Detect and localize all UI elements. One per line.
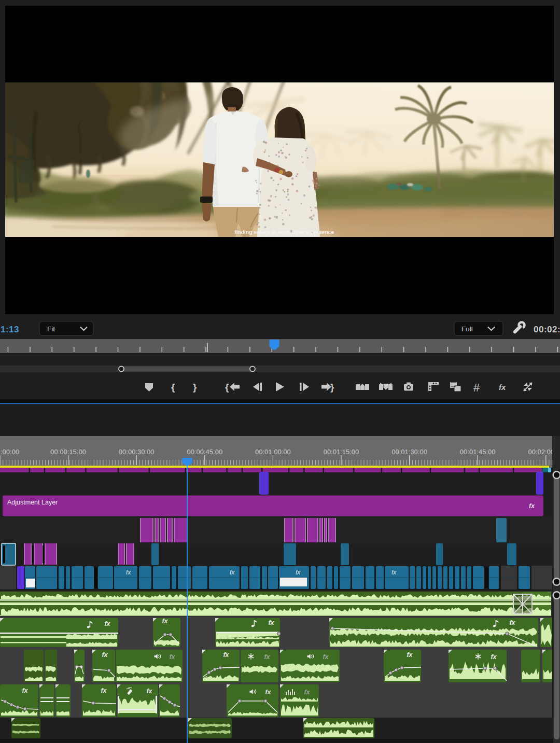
svg-text:}: } [330,382,334,392]
svg-text:00:01:15:00: 00:01:15:00 [324,448,359,456]
svg-text:00:01:30:00: 00:01:30:00 [391,448,427,456]
svg-text:#: # [473,381,480,394]
svg-text:fx: fx [407,651,413,658]
svg-text:fx: fx [146,688,152,695]
svg-text:fx: fx [264,653,270,661]
svg-text:00:01:45:00: 00:01:45:00 [460,448,496,456]
svg-text:fx: fx [126,569,131,576]
svg-text:1:13: 1:13 [1,325,19,334]
svg-text:fx: fx [169,653,175,661]
svg-text:fx: fx [223,651,229,658]
svg-text:fx: fx [491,653,497,661]
svg-text::00:00: :00:00 [1,448,19,456]
svg-text:fx: fx [104,620,110,627]
svg-text:fx: fx [499,383,506,391]
svg-text:fx: fx [22,687,28,694]
svg-text:00:00:15:00: 00:00:15:00 [50,448,86,456]
svg-text:Adjustment Layer: Adjustment Layer [7,499,58,506]
svg-text:Full: Full [461,325,473,333]
svg-text:fx: fx [230,569,235,576]
svg-text:fx: fx [304,689,310,696]
svg-text:00:02:: 00:02: [534,325,560,334]
svg-text:}: } [193,382,197,392]
svg-text:00:00:45:00: 00:00:45:00 [187,448,222,456]
svg-text:00:01:00:00: 00:01:00:00 [255,448,291,456]
svg-text:fx: fx [391,569,397,576]
svg-text:fx: fx [265,689,271,696]
svg-text:00:00:30:00: 00:00:30:00 [119,448,155,456]
svg-text:{: { [171,382,175,392]
svg-text:fx: fx [529,502,535,510]
svg-text:fx: fx [101,687,107,694]
svg-text:fx: fx [296,569,301,576]
svg-text:fx: fx [509,619,515,626]
svg-text:Fit: Fit [47,325,55,333]
svg-text:fx: fx [162,618,168,625]
svg-text:finding solace in each other's: finding solace in each other's presence [234,229,334,235]
svg-text:fx: fx [268,619,274,626]
svg-text:fx: fx [323,653,329,661]
svg-text:fx: fx [102,651,108,658]
svg-text:{: { [225,382,229,392]
